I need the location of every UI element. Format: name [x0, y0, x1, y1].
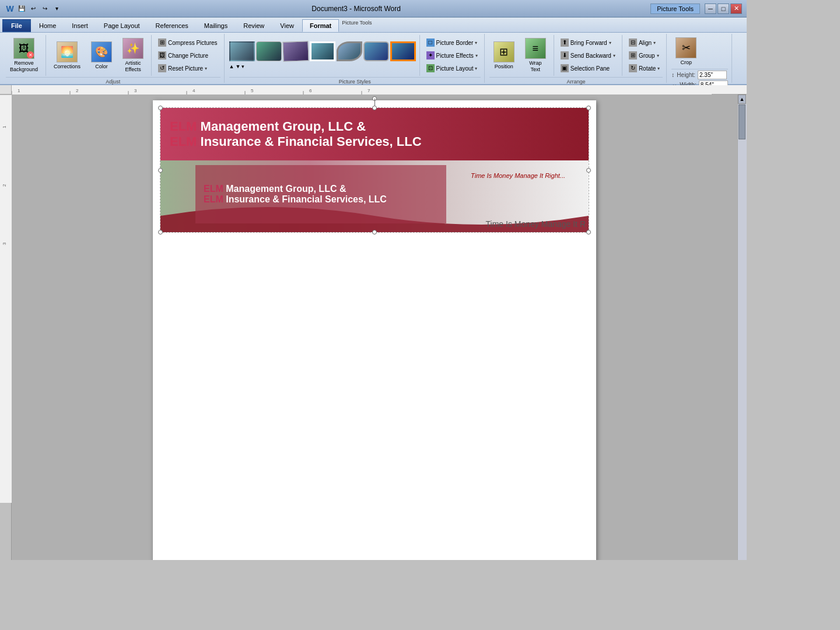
adjust-small-btns: ⊞ Compress Pictures 🖼 Change Picture ↺ R… — [155, 37, 220, 74]
horizontal-ruler: 1 2 3 4 5 6 7 — [0, 85, 747, 94]
picture-layout-button[interactable]: ⊡ Picture Layout ▾ — [424, 62, 481, 74]
group-button[interactable]: ⊞ Group ▾ — [626, 50, 663, 61]
divider-5 — [622, 35, 622, 76]
picture-styles-strip: ▲ ▼ ▾ — [229, 41, 416, 69]
bring-forward-button[interactable]: ⬆ Bring Forward ▾ — [558, 37, 618, 48]
inner-overlay: ELM Management Group, LLC & ELM Insuranc… — [195, 165, 446, 223]
style-thumb-6[interactable] — [363, 41, 389, 61]
tab-file[interactable]: File — [2, 19, 31, 32]
customize-btn[interactable]: ▾ — [51, 4, 62, 14]
style-thumb-4[interactable] — [310, 41, 335, 61]
rotation-line — [374, 99, 375, 106]
minimize-btn[interactable]: ─ — [705, 4, 716, 14]
inner-line2: ELM Insurance & Financial Services, LLC — [204, 194, 438, 205]
tab-insert[interactable]: Insert — [64, 19, 96, 32]
restore-btn[interactable]: □ — [718, 4, 729, 14]
title-bar-left: W 💾 ↩ ↪ ▾ — [5, 4, 62, 14]
styles-scroll-up[interactable]: ▲ — [229, 64, 235, 69]
styles-more[interactable]: ▾ — [242, 64, 244, 69]
wrap-text-button[interactable]: ≡ WrapText — [521, 36, 550, 75]
style-thumb-3[interactable] — [282, 41, 309, 62]
rotate-button[interactable]: ↻ Rotate ▾ — [626, 62, 663, 74]
window-controls: ─ □ ✕ — [705, 4, 742, 14]
compress-pictures-button[interactable]: ⊞ Compress Pictures — [155, 37, 220, 48]
scroll-thumb[interactable] — [738, 104, 746, 139]
effects-dropdown: ▾ — [475, 53, 478, 58]
tab-page-layout[interactable]: Page Layout — [96, 19, 148, 32]
svg-text:3: 3 — [134, 88, 137, 93]
artistic-effects-button[interactable]: ✨ ArtisticEffects — [118, 36, 148, 75]
picture-border-button[interactable]: □ Picture Border ▾ — [424, 37, 481, 48]
close-btn[interactable]: ✕ — [730, 4, 742, 14]
tab-references[interactable]: References — [148, 19, 196, 32]
selection-pane-button[interactable]: ▣ Selection Pane — [558, 62, 618, 74]
crop-button[interactable]: ✂ Crop — [671, 35, 701, 68]
style-thumb-1[interactable] — [229, 41, 255, 61]
vertical-scrollbar[interactable]: ▲ ▼ — [737, 94, 747, 560]
ruler-corner — [0, 85, 12, 94]
reset-picture-button[interactable]: ↺ Reset Picture ▾ — [155, 62, 220, 74]
bring-fwd-icon: ⬆ — [561, 38, 569, 47]
svg-text:7: 7 — [368, 88, 370, 93]
picture-effects-icon: ✦ — [426, 51, 435, 60]
height-label: ↕ — [671, 72, 674, 78]
ribbon-group-arrange: ⊞ Position ≡ WrapText ⬆ Bring Forward ▾ … — [486, 34, 667, 83]
save-btn[interactable]: 💾 — [16, 4, 27, 14]
banner-line1: ELM Management Group, LLC & — [170, 119, 579, 134]
tab-format[interactable]: Format — [302, 19, 339, 32]
tab-review[interactable]: Review — [236, 19, 272, 32]
picture-tools-context-label: Picture Tools — [340, 19, 374, 27]
banner-line2: ELM Insurance & Financial Services, LLC — [170, 134, 579, 149]
remove-bg-label: RemoveBackground — [10, 60, 38, 73]
arrange-group-label: Arrange — [489, 77, 663, 85]
tagline-text: Time Is Money Manage It Right... — [471, 172, 565, 179]
adjust-group-label: Adjust — [6, 77, 220, 85]
scroll-up[interactable]: ▲ — [738, 94, 746, 104]
ribbon-group-crop: ✂ Crop ↕ Height: ↔ Width: — [668, 34, 732, 83]
undo-btn[interactable]: ↩ — [28, 4, 38, 14]
align-button[interactable]: ⊟ Align ▾ — [626, 37, 663, 48]
style-thumb-selected[interactable] — [390, 41, 416, 61]
crop-group-content: ✂ Crop — [671, 35, 727, 68]
redo-btn[interactable]: ↪ — [40, 4, 50, 14]
border-dropdown: ▾ — [475, 40, 477, 46]
change-picture-button[interactable]: 🖼 Change Picture — [155, 50, 220, 61]
style-scroll-arrows: ▲ ▼ ▾ — [229, 64, 416, 69]
title-bar: W 💾 ↩ ↪ ▾ Document3 - Microsoft Word Pic… — [0, 0, 747, 18]
height-control: ↕ Height: — [671, 71, 727, 79]
adjust-group-content: 🖼 ✕ RemoveBackground 🌅 Corrections 🎨 Col… — [6, 35, 220, 76]
height-input[interactable] — [698, 71, 727, 79]
tab-mailings[interactable]: Mailings — [197, 19, 235, 32]
picture-styles-group-label: Picture Styles — [229, 77, 481, 85]
svg-text:4: 4 — [192, 88, 195, 93]
picture-style-btns: □ Picture Border ▾ ✦ Picture Effects ▾ ⊡… — [424, 37, 481, 74]
scroll-track — [738, 104, 747, 560]
document-title: Document3 - Microsoft Word — [312, 5, 401, 13]
color-button[interactable]: 🎨 Color — [87, 39, 116, 72]
rotation-handle[interactable] — [372, 96, 377, 101]
divider-2 — [151, 35, 152, 76]
style-thumb-2[interactable] — [256, 41, 282, 61]
picture-effects-button[interactable]: ✦ Picture Effects ▾ — [424, 50, 481, 61]
corrections-button[interactable]: 🌅 Corrections — [50, 39, 85, 72]
send-backward-button[interactable]: ⬇ Send Backward ▾ — [558, 50, 618, 61]
corrections-label: Corrections — [54, 64, 80, 69]
divider-4 — [554, 35, 554, 76]
tab-view[interactable]: View — [272, 19, 302, 32]
divider-3 — [419, 35, 420, 76]
position-button[interactable]: ⊞ Position — [489, 39, 519, 72]
tab-home[interactable]: Home — [32, 19, 64, 32]
svg-text:6: 6 — [309, 88, 312, 93]
document-scroll-area[interactable]: ELM Management Group, LLC & ELM Insuranc… — [12, 94, 737, 560]
remove-background-button[interactable]: 🖼 ✕ RemoveBackground — [6, 36, 42, 75]
styles-scroll-down[interactable]: ▼ — [235, 64, 240, 69]
svg-text:5: 5 — [251, 88, 254, 93]
reset-pic-icon: ↺ — [158, 64, 166, 72]
selected-image-container[interactable]: ELM Management Group, LLC & ELM Insuranc… — [160, 107, 589, 233]
svg-text:1: 1 — [18, 88, 20, 93]
style-thumb-5[interactable] — [337, 41, 362, 61]
group-icon: ⊞ — [629, 51, 637, 60]
divider-1 — [46, 35, 46, 76]
ruler-svg: 1 2 3 4 5 6 7 — [12, 85, 712, 94]
banner-header: ELM Management Group, LLC & ELM Insuranc… — [160, 108, 589, 160]
